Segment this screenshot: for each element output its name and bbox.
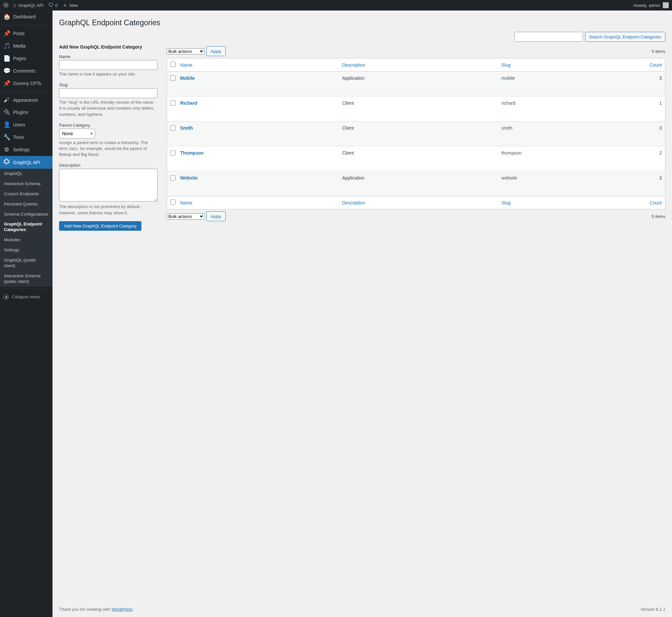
col-count[interactable]: Count [650,62,662,67]
admin-sidebar: 🏠Dashboard 📌Posts 🎵Media 📄Pages 💬Comment… [0,10,52,617]
parent-label: Parent Category [59,123,158,128]
select-all-top[interactable] [170,62,176,67]
sidebar-item-label: GraphQL API [13,160,40,165]
submenu-graphiql-public[interactable]: GraphiQL (public client) [0,255,52,271]
slug-label: Slug [59,82,158,87]
wp-logo[interactable]: ⓦ [3,2,9,9]
description-textarea[interactable] [59,169,158,202]
slug-input[interactable] [59,88,158,98]
new-label: New [69,3,78,8]
description-label: Description [59,163,158,168]
row-checkbox[interactable] [170,150,176,156]
sidebar-item-label: Plugins [13,110,28,115]
submenu-interactive-schema[interactable]: Interactive Schema [0,179,52,189]
submenu-persisted-queries[interactable]: Persisted Queries [0,199,52,209]
sidebar-item-comments[interactable]: 💬Comments [0,65,52,77]
term-name-link[interactable]: Thompson [180,150,204,156]
site-name: GraphQL API [18,3,44,8]
submenu-settings[interactable]: Settings [0,245,52,255]
table-row: MobileApplicationmobile3 [167,71,665,96]
sidebar-item-pages[interactable]: 📄Pages [0,52,52,65]
term-description: Client [339,96,498,122]
howdy-text: Howdy, admin [634,3,660,8]
wrench-icon: 🔧 [3,134,10,141]
sidebar-item-graphql-api[interactable]: GraphQL API [0,156,52,169]
submenu-graphiql[interactable]: GraphiQL [0,169,52,179]
term-name-link[interactable]: Smith [180,125,193,131]
term-name-link[interactable]: Richard [180,100,197,106]
sidebar-item-media[interactable]: 🎵Media [0,40,52,52]
sidebar-item-appearance[interactable]: 🖌Appearance [0,94,52,106]
search-input[interactable] [514,32,583,42]
submit-button[interactable]: Add New GraphQL Endpoint Category [59,221,142,231]
parent-select[interactable]: None [59,129,95,139]
submenu-custom-endpoints[interactable]: Custom Endpoints [0,189,52,199]
items-count-top: 5 items [652,49,665,54]
howdy[interactable]: Howdy, admin [634,2,669,8]
sidebar-item-label: Pages [13,56,26,61]
user-icon: 👤 [3,121,10,128]
submenu-interactive-schema-public[interactable]: Interactive Schema (public client) [0,271,52,287]
term-description: Client [339,122,498,146]
sidebar-item-label: Appearance [13,97,38,103]
term-name-link[interactable]: Website [180,175,198,181]
gear-icon: ⚙ [3,146,10,153]
brush-icon: 🖌 [3,96,10,104]
add-term-form: Add New GraphQL Endpoint Category Name T… [59,44,158,231]
row-checkbox[interactable] [170,100,176,106]
submenu-schema-configurations[interactable]: Schema Configurations [0,209,52,220]
table-row: ThompsonClientthompson2 [167,146,665,171]
description-desc: The description is not prominent by defa… [59,204,158,216]
collapse-menu[interactable]: ◀Collapse menu [0,291,52,303]
col-description[interactable]: Description [342,62,365,67]
submenu-modules[interactable]: Modules [0,235,52,245]
plugin-icon: 🔌 [3,109,10,116]
col-description-ft[interactable]: Description [342,200,365,205]
term-description: Application [339,71,498,96]
apply-top-button[interactable]: Apply [206,46,226,56]
footer-wp-link[interactable]: WordPress [111,607,133,612]
footer: Thank you for creating with WordPress. V… [52,602,672,617]
comment-icon: 💬 [3,67,10,74]
row-checkbox[interactable] [170,75,176,81]
svg-point-6 [4,160,5,161]
row-checkbox[interactable] [170,125,176,131]
name-input[interactable] [59,60,158,70]
sidebar-item-label: Posts [13,31,25,36]
bulk-actions-bottom[interactable]: Bulk actions [167,213,204,220]
admin-bar: ⓦ ⌂GraphQL API 🗨0 ＋New Howdy, admin [0,0,672,10]
bulk-actions-top[interactable]: Bulk actions [167,48,204,54]
sidebar-item-posts[interactable]: 📌Posts [0,27,52,40]
select-all-bottom[interactable] [170,200,176,205]
slug-desc: The “slug” is the URL-friendly version o… [59,99,158,118]
col-count-ft[interactable]: Count [650,200,662,205]
search-button[interactable]: Search GraphQL Endpoint Categories [585,32,665,42]
term-name-link[interactable]: Mobile [180,75,195,81]
comments-link[interactable]: 🗨0 [48,2,58,8]
apply-bottom-button[interactable]: Apply [206,211,226,221]
new-link[interactable]: ＋New [62,2,78,9]
sidebar-item-dummy-cpts[interactable]: 📌Dummy CPTs [0,77,52,89]
sidebar-item-plugins[interactable]: 🔌Plugins [0,106,52,119]
term-slug: website [498,171,642,196]
sidebar-item-label: Settings [13,147,30,152]
sidebar-item-dashboard[interactable]: 🏠Dashboard [0,10,52,23]
wordpress-icon: ⓦ [3,2,9,9]
footer-thanks: Thank you for creating with [59,607,111,612]
term-slug: mobile [498,71,642,96]
term-count: 2 [643,146,665,171]
col-name-ft[interactable]: Name [180,200,192,205]
sidebar-item-settings[interactable]: ⚙Settings [0,144,52,156]
col-name[interactable]: Name [180,62,192,67]
site-link[interactable]: ⌂GraphQL API [13,2,44,8]
submenu-endpoint-categories[interactable]: GraphQL Endpoint Categories [0,219,52,235]
sidebar-item-tools[interactable]: 🔧Tools [0,131,52,144]
row-checkbox[interactable] [170,175,176,181]
sidebar-item-users[interactable]: 👤Users [0,119,52,131]
term-slug: richard [498,96,642,122]
parent-desc: Assign a parent term to create a hierarc… [59,140,158,158]
name-desc: The name is how it appears on your site. [59,71,158,77]
col-slug[interactable]: Slug [501,62,510,67]
term-description: Application [339,171,498,196]
col-slug-ft[interactable]: Slug [501,200,510,205]
